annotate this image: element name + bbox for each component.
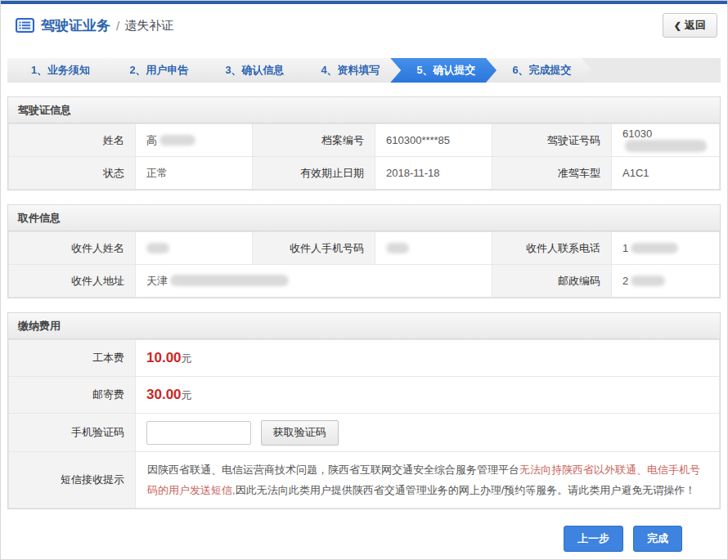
field-label: 收件人姓名: [9, 232, 136, 265]
field-value: [375, 232, 492, 265]
step-tab-1-label: 1、业务须知: [31, 64, 90, 76]
masked-value-patch: [631, 243, 678, 253]
field-value: 天津: [136, 265, 492, 298]
masked-value-patch: [170, 275, 289, 286]
step-tab-2[interactable]: 2、用户申告: [103, 58, 209, 83]
step-tab-5-label: 5、确认提交: [416, 64, 475, 76]
field-value: 获取验证码: [136, 414, 720, 452]
notice-part3: 因此无法向此类用户提供陕西省交通管理业务的网上办理/预约等服务。请此类用户避免无…: [236, 484, 696, 496]
name-value: 高: [146, 134, 157, 146]
page-title: 驾驶证业务: [41, 16, 110, 35]
table-row: 手机验证码 获取验证码: [9, 414, 720, 452]
field-label: 收件人手机号码: [253, 232, 375, 265]
step-tab-4-label: 4、资料填写: [321, 64, 380, 76]
wizard-steps: 1、业务须知 2、用户申告 3、确认信息 4、资料填写 5、确认提交 6、完成提…: [7, 58, 721, 83]
field-value: 30.00元: [136, 377, 720, 414]
finish-button[interactable]: 完成: [633, 526, 682, 552]
field-label: 准驾车型: [492, 157, 612, 190]
field-value: 1: [612, 232, 720, 265]
step-tab-5-active[interactable]: 5、确认提交: [390, 58, 497, 83]
field-value: 61030: [612, 124, 720, 157]
table-row: 姓名 高 档案编号 610300****85 驾驶证号码 61030: [9, 124, 720, 157]
masked-value-patch: [160, 135, 195, 146]
production-fee-amount: 10.00: [146, 350, 182, 365]
back-chevron-icon: ❮: [674, 20, 681, 31]
field-value: 610300****85: [375, 124, 492, 157]
field-label: 短信接收提示: [9, 452, 136, 508]
fees-section-title: 缴纳费用: [8, 313, 720, 339]
pickup-section-title: 取件信息: [8, 205, 720, 231]
fee-unit: 元: [182, 389, 192, 401]
field-value: 高: [136, 124, 253, 157]
field-value: 10.00元: [136, 340, 720, 377]
license-info-table: 姓名 高 档案编号 610300****85 驾驶证号码 61030 状态 正常…: [8, 123, 720, 190]
field-label: 收件人联系电话: [492, 232, 612, 265]
get-verification-code-button[interactable]: 获取验证码: [261, 420, 339, 446]
postage-fee-amount: 30.00: [146, 387, 182, 402]
table-row: 收件人地址 天津 邮政编码 2: [9, 265, 720, 298]
page: 驾驶证业务 / 遗失补证 ❮ 返回 1、业务须知 2、用户申告 3、确认信息 4…: [0, 0, 728, 560]
field-value: A1C1: [612, 157, 720, 190]
breadcrumb-current: 遗失补证: [124, 18, 173, 34]
field-value: [136, 232, 253, 265]
field-label: 姓名: [9, 124, 136, 157]
license-number-value: 61030: [622, 128, 652, 140]
list-icon: [16, 18, 34, 33]
postcode-value: 2: [622, 275, 628, 287]
field-value: 2: [612, 265, 720, 298]
pickup-info-table: 收件人姓名 收件人手机号码 收件人联系电话 1 收件人地址 天津 邮政编码 2: [8, 231, 720, 298]
step-tab-4[interactable]: 4、资料填写: [294, 58, 401, 83]
back-button-label: 返回: [685, 18, 706, 33]
field-label: 邮寄费: [9, 377, 136, 414]
masked-value-patch: [146, 243, 169, 253]
sms-notice-text: 因陕西省联通、电信运营商技术问题，陕西省互联网交通安全综合服务管理平台无法向持陕…: [136, 452, 720, 508]
masked-value-patch: [625, 140, 707, 152]
field-label: 有效期止日期: [253, 157, 375, 190]
step-tab-3-label: 3、确认信息: [225, 64, 284, 76]
step-tab-3[interactable]: 3、确认信息: [199, 58, 305, 83]
field-label: 驾驶证号码: [492, 124, 612, 157]
field-value: 正常: [136, 157, 253, 190]
fees-section: 缴纳费用 工本费 10.00元 邮寄费 30.00元 手机验证码 获取验证码 短…: [7, 312, 721, 509]
fees-table: 工本费 10.00元 邮寄费 30.00元 手机验证码 获取验证码 短信接收提示…: [8, 339, 720, 508]
previous-step-button[interactable]: 上一步: [564, 526, 623, 552]
table-row: 收件人姓名 收件人手机号码 收件人联系电话 1: [9, 232, 720, 265]
field-label: 工本费: [9, 340, 136, 377]
license-info-section: 驾驶证信息 姓名 高 档案编号 610300****85 驾驶证号码 61030…: [7, 96, 721, 190]
footer-actions: 上一步 完成: [1, 509, 727, 552]
step-tab-6-label: 6、完成提交: [512, 64, 571, 76]
table-row: 短信接收提示 因陕西省联通、电信运营商技术问题，陕西省互联网交通安全综合服务管理…: [9, 452, 720, 508]
field-label: 手机验证码: [9, 414, 136, 452]
page-header: 驾驶证业务 / 遗失补证 ❮ 返回: [1, 4, 727, 47]
masked-value-patch: [386, 243, 409, 253]
field-label: 档案编号: [253, 124, 375, 157]
step-tab-6[interactable]: 6、完成提交: [486, 58, 592, 83]
field-value: 2018-11-18: [375, 157, 492, 190]
fee-unit: 元: [182, 352, 192, 365]
back-button[interactable]: ❮ 返回: [663, 13, 717, 38]
license-section-title: 驾驶证信息: [8, 97, 720, 123]
table-row: 邮寄费 30.00元: [9, 377, 720, 414]
step-tab-1[interactable]: 1、业务须知: [7, 58, 114, 83]
pickup-info-section: 取件信息 收件人姓名 收件人手机号码 收件人联系电话 1 收件人地址 天津 邮政…: [7, 204, 721, 298]
table-row: 工本费 10.00元: [9, 340, 720, 377]
address-value: 天津: [146, 275, 168, 287]
field-label: 邮政编码: [492, 265, 612, 298]
masked-value-patch: [631, 276, 665, 286]
verification-code-input[interactable]: [146, 421, 251, 445]
step-tab-2-label: 2、用户申告: [129, 64, 188, 76]
breadcrumb-divider: /: [116, 19, 119, 33]
contact-phone-value: 1: [622, 242, 628, 254]
table-row: 状态 正常 有效期止日期 2018-11-18 准驾车型 A1C1: [9, 157, 720, 190]
field-label: 状态: [9, 157, 136, 190]
field-label: 收件人地址: [9, 265, 136, 298]
notice-part1: 因陕西省联通、电信运营商技术问题，陕西省互联网交通安全综合服务管理平台: [147, 464, 519, 476]
